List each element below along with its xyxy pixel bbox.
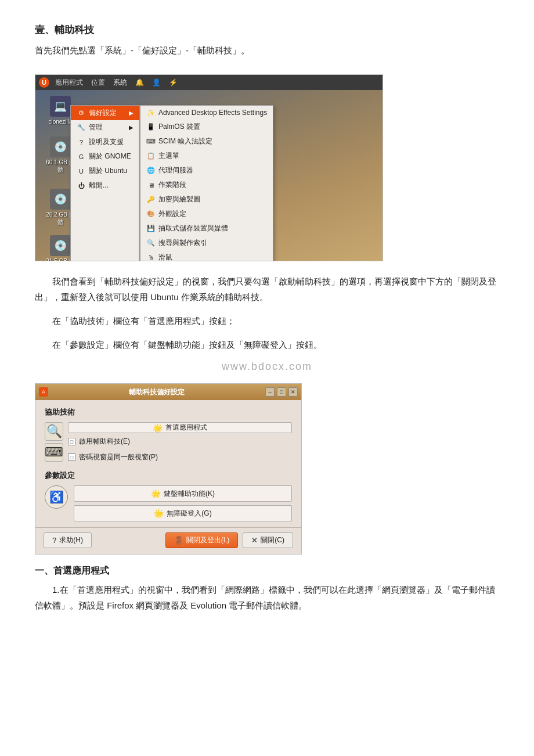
- accessible-login-button[interactable]: 🌟 無障礙登入(G): [74, 505, 292, 521]
- arrow-icon: ▶: [129, 110, 134, 116]
- topbar-apps[interactable]: 應用程式: [53, 78, 85, 88]
- menu-item-proxy[interactable]: 🌐 代理伺服器: [140, 163, 273, 178]
- menu-item-about-gnome-label: 關於 GNOME: [89, 152, 131, 161]
- proxy-icon: 🌐: [146, 166, 156, 175]
- paragraph-3: 1.在「首選應用程式」的視窗中，我們看到「網際網路」標籤中，我們可以在此選擇「網…: [35, 582, 499, 613]
- menu-item-session[interactable]: 🖥 作業階段: [140, 178, 273, 192]
- help-button[interactable]: ? 求助(H): [44, 532, 92, 548]
- menu-item-preferences[interactable]: ⚙ 偏好設定 ▶: [71, 106, 139, 120]
- accessible-login-label: 無障礙登入(G): [167, 509, 211, 519]
- dialog-section1-row: 🔍 ⌨ 🌟 首選應用程式 □ 啟用輔助科技(E) □ 密碼視窗是同一般: [45, 422, 292, 465]
- dialog-window-icon: A: [39, 387, 48, 397]
- preferred-app-button[interactable]: 🌟 首選應用程式: [68, 422, 292, 433]
- screenshot-1: U 應用程式 位置 系統 🔔 👤 ⚡ 💻 clonezilla 💿 60.1 G…: [35, 74, 383, 261]
- menu-item-removable[interactable]: 💾 抽取式儲存裝置與媒體: [140, 221, 273, 236]
- topbar-places[interactable]: 位置: [89, 78, 107, 88]
- menu-preferences: ✨ Advanced Desktop Effects Settings 📱 Pa…: [140, 105, 273, 261]
- menu-item-search-label: 搜尋與製作索引: [158, 238, 207, 248]
- ubuntu-menu-icon: U: [77, 167, 86, 176]
- keyboard-icon-box: ⌨: [45, 443, 63, 462]
- close-logout-icon: 🚪: [174, 536, 183, 545]
- desktop-topbar: U 應用程式 位置 系統 🔔 👤 ⚡: [35, 75, 383, 90]
- menu-item-proxy-label: 代理伺服器: [158, 165, 193, 175]
- removable-icon: 💾: [146, 224, 156, 233]
- minimize-button[interactable]: –: [265, 387, 275, 397]
- search-icon: 🔍: [146, 239, 156, 248]
- enable-accessibility-checkbox[interactable]: □: [68, 438, 75, 445]
- desktop-area: 💻 clonezilla 💿 60.1 GB 媒體 💿 26.2 GB 媒體 💿…: [35, 90, 383, 261]
- menu-item-mouse-label: 滑鼠: [158, 253, 172, 261]
- menu-item-adv-desktop[interactable]: ✨ Advanced Desktop Effects Settings: [140, 106, 273, 120]
- paragraph-2: 我們會看到「輔助科技偏好設定」的視窗，我們只要勾選「啟動輔助科技」的選項，再選擇…: [35, 273, 499, 305]
- dialog-params-icons: ♿: [45, 485, 68, 509]
- menu-item-palmos[interactable]: 📱 PalmOS 裝置: [140, 120, 273, 134]
- menu-item-main-menu-label: 主選單: [158, 151, 179, 161]
- menu-item-adv-desktop-label: Advanced Desktop Effects Settings: [158, 109, 267, 117]
- menu-item-search[interactable]: 🔍 搜尋與製作索引: [140, 236, 273, 250]
- paragraph-2c: 在「參數設定」欄位有「鍵盤輔助功能」按鈕及「無障礙登入」按鈕。: [35, 337, 499, 352]
- password-window-checkbox[interactable]: □: [68, 453, 75, 461]
- appearance-icon: 🎨: [146, 210, 156, 219]
- close-logout-label: 關閉及登出(L): [186, 535, 230, 545]
- menu-item-palmos-label: PalmOS 裝置: [158, 122, 200, 132]
- help-button-label: 求助(H): [59, 535, 83, 545]
- section-heading-1: 壹、輔助科技: [35, 23, 499, 37]
- magnifier-icon-box: 🔍: [45, 422, 63, 441]
- paragraph-2b: 在「協助技術」欄位有「首選應用程式」按鈕；: [35, 313, 499, 329]
- menu-item-appearance[interactable]: 🎨 外觀設定: [140, 207, 273, 221]
- menu-item-logout[interactable]: ⏻ 離開...: [71, 178, 139, 193]
- menu-item-mouse[interactable]: 🖱 滑鼠: [140, 250, 273, 261]
- menu-item-admin[interactable]: 🔧 管理 ▶: [71, 120, 139, 135]
- palmos-icon: 📱: [146, 123, 156, 132]
- help-btn-icon: ?: [52, 536, 56, 545]
- menu-item-help[interactable]: ? 說明及支援: [71, 135, 139, 149]
- keyboard-assist-button[interactable]: 🌟 鍵盤輔助功能(K): [74, 485, 292, 502]
- dialog-body: 協助技術 🔍 ⌨ 🌟 首選應用程式 □ 啟用輔助科技(E): [35, 400, 301, 527]
- menu-item-about-ubuntu[interactable]: U 關於 Ubuntu: [71, 164, 139, 178]
- menu-item-appearance-label: 外觀設定: [158, 209, 186, 219]
- accessible-login-icon: 🌟: [154, 509, 164, 518]
- preferred-app-label: 首選應用程式: [165, 423, 207, 433]
- dialog-section-params: 參數設定: [45, 470, 292, 481]
- dialog-footer: ? 求助(H) 🚪 關閉及登出(L) ✕ 關閉(C): [35, 527, 301, 554]
- mouse-icon: 🖱: [146, 253, 156, 262]
- topbar-notify: 🔔: [133, 78, 146, 87]
- dialog-params-btns: 🌟 鍵盤輔助功能(K) 🌟 無障礙登入(G): [74, 485, 292, 521]
- desktop-icon-clonezilla-label: clonezilla: [48, 118, 72, 125]
- menu-item-scim-label: SCIM 輸入法設定: [158, 136, 212, 146]
- close-logout-button[interactable]: 🚪 關閉及登出(L): [165, 532, 239, 548]
- close-button-dialog[interactable]: ✕: [288, 387, 298, 397]
- menu-item-scim[interactable]: ⌨ SCIM 輸入法設定: [140, 134, 273, 149]
- topbar-user: 👤: [150, 78, 163, 87]
- topbar-power: ⚡: [167, 78, 180, 87]
- admin-icon: 🔧: [77, 123, 86, 132]
- dialog-titlebar: A 輔助科技偏好設定 – □ ✕: [35, 384, 301, 400]
- close-btn-icon: ✕: [251, 536, 258, 545]
- menu-item-encrypt-label: 加密與繪製圖: [158, 195, 200, 204]
- maximize-button[interactable]: □: [277, 387, 286, 397]
- human-icon: ♿: [45, 485, 68, 509]
- logout-icon: ⏻: [77, 181, 86, 190]
- menu-item-about-gnome[interactable]: G 關於 GNOME: [71, 149, 139, 164]
- dialog-section-assist: 協助技術: [45, 407, 292, 417]
- topbar-system[interactable]: 系統: [111, 78, 129, 88]
- enable-accessibility-label: 啟用輔助科技(E): [79, 437, 130, 447]
- arrow-icon-2: ▶: [129, 124, 134, 131]
- scim-icon: ⌨: [146, 137, 156, 146]
- session-icon: 🖥: [146, 181, 156, 190]
- checkbox-row-enable: □ 啟用輔助科技(E): [68, 437, 292, 447]
- screenshot-2: A 輔助科技偏好設定 – □ ✕ 協助技術 🔍 ⌨ 🌟: [35, 383, 302, 555]
- keyboard-assist-label: 鍵盤輔助功能(K): [164, 489, 215, 499]
- menu-overlay: ⚙ 偏好設定 ▶ 🔧 管理 ▶ ? 說明及支援 G: [70, 105, 273, 261]
- dialog-title: 輔助科技偏好設定: [53, 387, 261, 397]
- main-menu-icon: 📋: [146, 152, 156, 161]
- checkbox-row-password: □ 密碼視窗是同一般視窗(P): [68, 452, 292, 462]
- menu-item-about-ubuntu-label: 關於 Ubuntu: [89, 166, 127, 176]
- help-icon: ?: [77, 138, 86, 147]
- menu-item-main-menu[interactable]: 📋 主選單: [140, 149, 273, 163]
- close-button[interactable]: ✕ 關閉(C): [243, 532, 293, 548]
- watermark: www.bdocx.com: [35, 361, 499, 373]
- gnome-icon: G: [77, 152, 86, 161]
- menu-item-encrypt[interactable]: 🔑 加密與繪製圖: [140, 192, 273, 207]
- menu-item-help-label: 說明及支援: [89, 137, 124, 147]
